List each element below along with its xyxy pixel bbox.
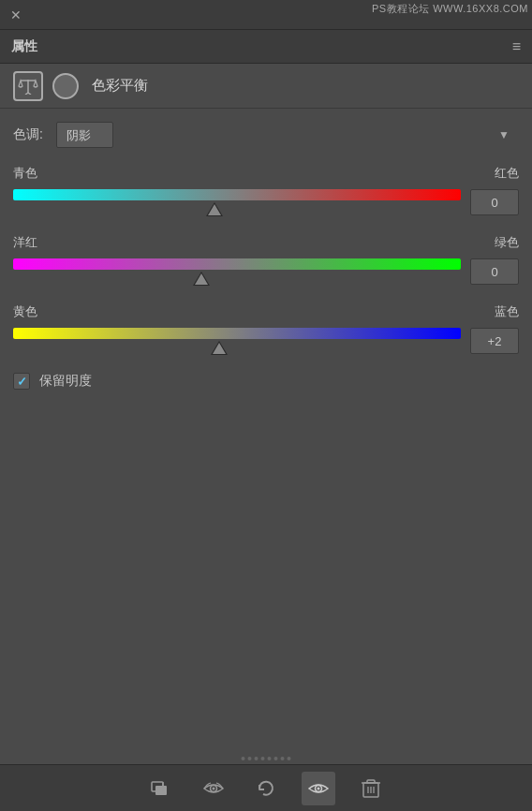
red-label: 红色	[495, 165, 519, 182]
svg-rect-13	[367, 780, 375, 783]
main-layout: PS教程论坛 WWW.16XX8.COM ✕ 属性 ≡ 色彩平衡	[0, 0, 532, 811]
svg-line-2	[25, 93, 28, 95]
close-icon[interactable]: ✕	[9, 8, 22, 22]
slider3-value[interactable]	[470, 328, 519, 354]
menu-icon[interactable]: ≡	[512, 38, 521, 55]
tone-select-wrapper: 阴影 中间调 高光 ▼	[56, 122, 519, 148]
svg-point-8	[213, 787, 215, 789]
slider3-labels: 黄色 蓝色	[13, 303, 519, 320]
slider1-value[interactable]	[470, 189, 519, 215]
svg-line-3	[28, 93, 31, 95]
scales-icon	[13, 71, 43, 101]
slider2-value[interactable]	[470, 258, 519, 285]
blue-label: 蓝色	[495, 303, 519, 320]
slider1-thumb[interactable]	[206, 202, 223, 216]
preserve-luminosity-label: 保留明度	[39, 373, 92, 390]
slider2-row	[13, 255, 519, 288]
view-button[interactable]	[302, 772, 335, 805]
slider2-thumb-container	[13, 272, 461, 288]
cyan-label: 青色	[13, 165, 37, 182]
slider3-track	[13, 328, 461, 339]
checkmark-icon: ✓	[17, 375, 27, 389]
slider3-thumb[interactable]	[211, 341, 228, 355]
slider3-track-wrapper[interactable]	[13, 324, 461, 358]
slider-magenta-green: 洋红 绿色	[13, 234, 519, 288]
delete-button[interactable]	[354, 772, 388, 805]
main-content: 色调: 阴影 中间调 高光 ▼ 青色 红色	[0, 109, 532, 399]
tone-select[interactable]: 阴影 中间调 高光	[56, 122, 113, 148]
slider2-labels: 洋红 绿色	[13, 234, 519, 251]
preserve-luminosity-row: ✓ 保留明度	[13, 373, 519, 390]
slider1-track-wrapper[interactable]	[13, 185, 461, 219]
slider1-row	[13, 185, 519, 219]
panel-title: 属性	[11, 38, 37, 55]
slider2-thumb[interactable]	[193, 272, 210, 286]
slider2-track-wrapper[interactable]	[13, 255, 461, 288]
chevron-down-icon: ▼	[498, 128, 510, 141]
slider1-thumb-container	[13, 202, 461, 219]
slider3-thumb-container	[13, 341, 461, 358]
visibility-button[interactable]	[197, 772, 230, 805]
yellow-label: 黄色	[13, 303, 37, 320]
green-label: 绿色	[495, 234, 519, 251]
slider3-row	[13, 324, 519, 358]
panel-header: 属性 ≡	[0, 30, 532, 64]
clip-to-layer-button[interactable]	[144, 772, 178, 805]
slider1-track	[13, 189, 461, 200]
bottom-dots	[242, 757, 291, 760]
empty-space	[0, 399, 532, 811]
slider2-track	[13, 258, 461, 270]
slider1-labels: 青色 红色	[13, 165, 519, 182]
preserve-luminosity-checkbox[interactable]: ✓	[13, 373, 30, 390]
slider-cyan-red: 青色 红色	[13, 165, 519, 219]
tone-label: 色调:	[13, 126, 47, 143]
bottom-toolbar	[0, 764, 532, 811]
section-header: 色彩平衡	[0, 64, 532, 109]
svg-rect-4	[155, 786, 167, 795]
svg-point-10	[318, 787, 320, 789]
slider-yellow-blue: 黄色 蓝色	[13, 303, 519, 358]
reset-button[interactable]	[249, 772, 283, 805]
tone-row: 色调: 阴影 中间调 高光 ▼	[13, 122, 519, 148]
magenta-label: 洋红	[13, 234, 37, 251]
section-title: 色彩平衡	[92, 77, 148, 95]
circle-icon	[52, 73, 79, 99]
watermark: PS教程论坛 WWW.16XX8.COM	[372, 2, 528, 16]
